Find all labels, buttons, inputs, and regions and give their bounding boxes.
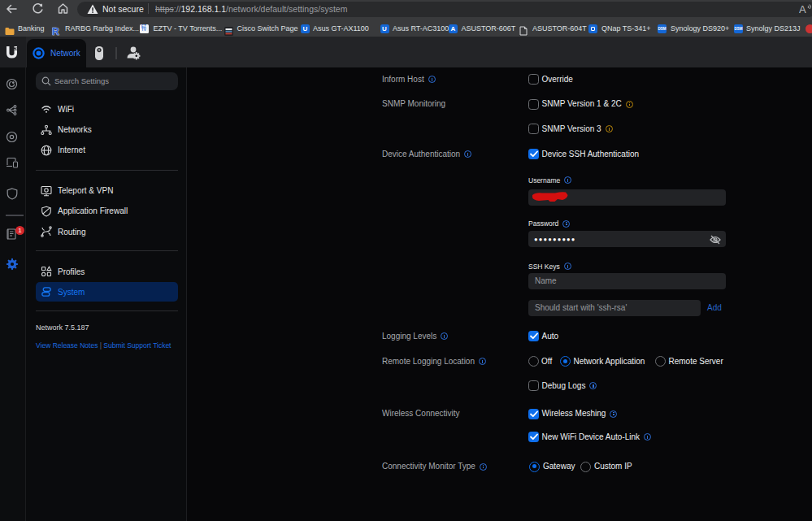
svg-text:R: R (52, 26, 59, 36)
svg-text:A: A (799, 3, 806, 15)
